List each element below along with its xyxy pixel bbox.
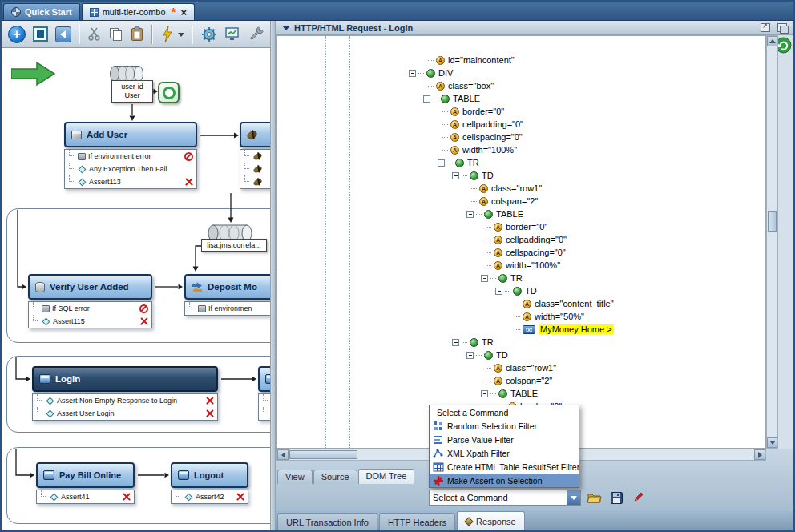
- close-tab-button[interactable]: ×: [180, 6, 187, 18]
- step-node-verify-user-added[interactable]: Verify User Added If SQL error Assert115: [28, 274, 152, 328]
- tab-url-transaction-info[interactable]: URL Transaction Info: [277, 513, 377, 530]
- assertion-row[interactable]: If environment error: [65, 150, 196, 163]
- tab-dom-tree[interactable]: DOM Tree: [358, 469, 415, 484]
- dom-element-row[interactable]: TABLE: [277, 92, 765, 105]
- scroll-up-button[interactable]: [767, 36, 777, 46]
- save-button[interactable]: [608, 490, 624, 506]
- dom-text-row[interactable]: txtMyMoney Home >: [277, 323, 765, 336]
- step-node-logout[interactable]: Logout Assert42: [171, 462, 248, 504]
- settings-button[interactable]: [200, 24, 218, 45]
- step-node-clipped-right[interactable]: [240, 122, 270, 189]
- float-panel-icon[interactable]: [761, 23, 770, 32]
- dom-attribute-row[interactable]: Acellspacing="0": [277, 131, 765, 143]
- assertion-row[interactable]: [240, 175, 270, 188]
- dom-element-row[interactable]: TD: [277, 349, 765, 361]
- step-node-pay-bill-online[interactable]: Pay Bill Online Assert41: [36, 462, 135, 504]
- tab-source[interactable]: Source: [313, 470, 357, 484]
- collapse-toggle-icon[interactable]: [452, 172, 459, 179]
- dom-attribute-row[interactable]: Acellpadding="0": [277, 118, 765, 131]
- assertion-row[interactable]: Assert User Login: [33, 407, 217, 420]
- dom-element-row[interactable]: TD: [277, 169, 765, 182]
- dom-element-row[interactable]: TABLE: [277, 208, 765, 220]
- dom-attribute-row[interactable]: Acellspacing="0": [277, 246, 765, 259]
- step-node-clipped-right[interactable]: [258, 366, 270, 421]
- dom-attribute-row[interactable]: Acolspan="2": [277, 374, 765, 387]
- monitor-button[interactable]: [225, 24, 240, 45]
- tab-http-headers[interactable]: HTTP Headers: [379, 513, 455, 530]
- dom-attribute-row[interactable]: Acellpadding="0": [277, 233, 765, 246]
- dom-attribute-row[interactable]: Aid="maincontent": [277, 54, 765, 66]
- cut-button[interactable]: [87, 24, 102, 45]
- assertion-row[interactable]: If environmen: [185, 302, 270, 315]
- open-model-button[interactable]: [33, 24, 48, 45]
- tools-button[interactable]: [248, 24, 264, 45]
- collapse-toggle-icon[interactable]: [466, 211, 474, 218]
- assertion-row[interactable]: Any Exception Then Fail: [65, 163, 196, 175]
- assertion-row[interactable]: Assert42: [172, 490, 248, 503]
- dataset-label-user-id[interactable]: user-id User: [111, 80, 153, 103]
- dom-attribute-row[interactable]: Aclass="row1": [277, 182, 765, 195]
- menu-item[interactable]: Parse Value Filter: [430, 433, 579, 446]
- collapse-toggle-icon[interactable]: [438, 159, 445, 167]
- assertion-row[interactable]: Assert115: [29, 315, 151, 328]
- combo-dropdown-button[interactable]: [567, 490, 580, 505]
- assertion-row[interactable]: [259, 394, 270, 407]
- run-button[interactable]: [160, 24, 174, 45]
- collapse-toggle-icon[interactable]: [481, 390, 488, 397]
- assertion-row[interactable]: [259, 407, 270, 420]
- scroll-right-button[interactable]: [754, 449, 765, 460]
- assertion-row[interactable]: Assert41: [37, 490, 134, 503]
- mark-button[interactable]: [630, 490, 646, 506]
- run-dropdown-arrow[interactable]: [178, 33, 184, 40]
- menu-item[interactable]: XML Xpath Filter: [430, 446, 579, 460]
- dom-element-row[interactable]: TABLE: [277, 387, 765, 400]
- dom-element-row[interactable]: TR: [277, 336, 765, 349]
- menu-item[interactable]: Make Assert on Selection: [430, 474, 579, 487]
- assertion-row[interactable]: If SQL error: [29, 302, 151, 315]
- dom-attribute-row[interactable]: Aborder="0": [277, 105, 765, 118]
- jms-queue-label[interactable]: lisa.jms.correla...: [201, 239, 267, 252]
- collapse-panel-icon[interactable]: [282, 26, 290, 34]
- scrollbar-thumb[interactable]: [289, 450, 357, 459]
- scroll-down-button[interactable]: [767, 437, 777, 448]
- tab-response[interactable]: Response: [457, 511, 525, 530]
- menu-item[interactable]: Random Selection Filter: [430, 419, 579, 433]
- collapse-toggle-icon[interactable]: [466, 352, 474, 359]
- back-button[interactable]: [55, 24, 71, 45]
- scroll-left-button[interactable]: [277, 449, 289, 460]
- dom-attribute-row[interactable]: Aclass="row1": [277, 361, 765, 374]
- tab-multi-tier-combo[interactable]: multi-tier-combo * ×: [82, 3, 195, 20]
- dom-attribute-row[interactable]: Awidth="50%": [277, 310, 765, 323]
- assertion-row[interactable]: Assert Non Empty Response to Login: [33, 394, 217, 407]
- collapse-toggle-icon[interactable]: [495, 288, 502, 295]
- step-node-login[interactable]: Login Assert Non Empty Response to Login…: [32, 366, 218, 421]
- assertion-row[interactable]: Assert113: [65, 175, 196, 188]
- dom-element-row[interactable]: TR: [277, 272, 765, 284]
- paste-button[interactable]: [131, 24, 144, 45]
- tab-quick-start[interactable]: Quick Start: [3, 3, 80, 20]
- dom-attribute-row[interactable]: Aclass="content_title": [277, 297, 765, 310]
- dom-element-row[interactable]: DIV: [277, 66, 765, 79]
- copy-button[interactable]: [109, 24, 123, 45]
- assertion-row[interactable]: [240, 150, 270, 163]
- open-button[interactable]: [587, 490, 603, 506]
- dom-element-row[interactable]: TR: [277, 156, 765, 169]
- menu-item[interactable]: Select a Command: [430, 405, 579, 419]
- command-combobox[interactable]: Select a Command: [429, 490, 581, 506]
- dom-tree[interactable]: Aid="maincontent"DIVAclass="box"TABLEAbo…: [276, 35, 766, 449]
- dom-element-row[interactable]: TD: [277, 284, 765, 297]
- assertion-row[interactable]: [240, 163, 270, 175]
- collapse-toggle-icon[interactable]: [481, 275, 488, 282]
- maximize-panel-icon[interactable]: [777, 23, 787, 32]
- pane-splitter[interactable]: [270, 21, 276, 530]
- menu-item[interactable]: Create HTML Table ResultSet Filter: [430, 460, 579, 474]
- collapse-toggle-icon[interactable]: [409, 70, 416, 77]
- dom-attribute-row[interactable]: Acolspan="2": [277, 195, 765, 208]
- vertical-scrollbar[interactable]: [766, 35, 778, 449]
- step-node-deposit[interactable]: Deposit Mo If environmen: [184, 274, 270, 316]
- collapse-toggle-icon[interactable]: [452, 339, 459, 346]
- collapse-toggle-icon[interactable]: [423, 95, 430, 103]
- tab-view[interactable]: View: [277, 470, 313, 484]
- dom-attribute-row[interactable]: Awidth="100%": [277, 259, 765, 272]
- scrollbar-thumb[interactable]: [768, 211, 777, 232]
